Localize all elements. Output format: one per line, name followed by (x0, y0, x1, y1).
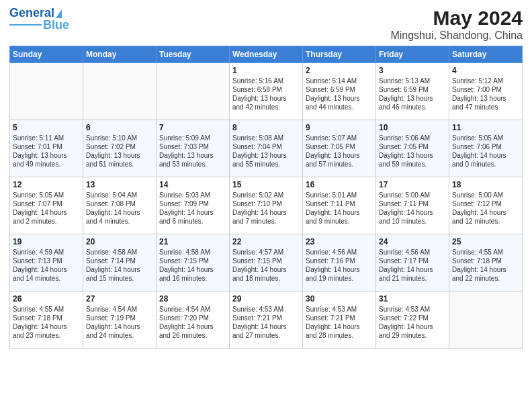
day-info: Sunrise: 4:58 AMSunset: 7:15 PMDaylight:… (159, 248, 226, 283)
calendar-cell: 2Sunrise: 5:14 AMSunset: 6:59 PMDaylight… (303, 63, 376, 120)
day-number: 22 (232, 236, 300, 247)
day-info: Sunrise: 4:53 AMSunset: 7:21 PMDaylight:… (232, 305, 300, 340)
calendar-cell: 8Sunrise: 5:08 AMSunset: 7:04 PMDaylight… (230, 120, 303, 177)
day-info: Sunrise: 5:16 AMSunset: 6:58 PMDaylight:… (232, 77, 300, 111)
logo-general: General (9, 7, 54, 19)
day-number: 4 (452, 65, 519, 76)
sub-title: Mingshui, Shandong, China (390, 30, 523, 42)
day-info: Sunrise: 4:54 AMSunset: 7:20 PMDaylight:… (159, 305, 226, 340)
calendar-cell (449, 291, 523, 349)
weekday-header: Monday (83, 46, 157, 63)
day-number: 31 (379, 293, 446, 304)
day-info: Sunrise: 4:53 AMSunset: 7:22 PMDaylight:… (379, 305, 446, 340)
day-info: Sunrise: 5:09 AMSunset: 7:03 PMDaylight:… (159, 134, 226, 169)
day-number: 29 (232, 293, 300, 304)
calendar-week-row: 19Sunrise: 4:59 AMSunset: 7:13 PMDayligh… (10, 234, 523, 291)
calendar-cell: 28Sunrise: 4:54 AMSunset: 7:20 PMDayligh… (157, 291, 230, 349)
day-info: Sunrise: 5:10 AMSunset: 7:02 PMDaylight:… (86, 134, 153, 169)
calendar-week-row: 1Sunrise: 5:16 AMSunset: 6:58 PMDaylight… (10, 63, 523, 120)
logo-blue: Blue (43, 19, 69, 31)
day-number: 6 (86, 122, 153, 133)
calendar-cell: 18Sunrise: 5:00 AMSunset: 7:12 PMDayligh… (449, 177, 523, 234)
weekday-header-row: SundayMondayTuesdayWednesdayThursdayFrid… (10, 46, 523, 63)
day-info: Sunrise: 4:55 AMSunset: 7:18 PMDaylight:… (13, 305, 80, 340)
calendar-cell: 7Sunrise: 5:09 AMSunset: 7:03 PMDaylight… (157, 120, 230, 177)
calendar-cell: 21Sunrise: 4:58 AMSunset: 7:15 PMDayligh… (157, 234, 230, 291)
day-number: 23 (306, 236, 373, 247)
day-number: 11 (452, 122, 519, 133)
calendar-cell: 27Sunrise: 4:54 AMSunset: 7:19 PMDayligh… (83, 291, 157, 349)
calendar-cell: 16Sunrise: 5:01 AMSunset: 7:11 PMDayligh… (303, 177, 376, 234)
day-number: 20 (86, 236, 153, 247)
calendar-cell: 20Sunrise: 4:58 AMSunset: 7:14 PMDayligh… (83, 234, 157, 291)
day-number: 16 (306, 179, 373, 190)
day-info: Sunrise: 5:08 AMSunset: 7:04 PMDaylight:… (232, 134, 300, 169)
day-info: Sunrise: 4:59 AMSunset: 7:13 PMDaylight:… (13, 248, 80, 283)
day-info: Sunrise: 5:07 AMSunset: 7:05 PMDaylight:… (306, 134, 373, 169)
main-title: May 2024 (390, 7, 523, 30)
day-number: 10 (379, 122, 446, 133)
day-info: Sunrise: 4:57 AMSunset: 7:15 PMDaylight:… (232, 248, 300, 283)
day-number: 8 (232, 122, 300, 133)
calendar-cell: 13Sunrise: 5:04 AMSunset: 7:08 PMDayligh… (83, 177, 157, 234)
day-number: 25 (452, 236, 519, 247)
weekday-header: Saturday (449, 46, 523, 63)
calendar-cell: 30Sunrise: 4:53 AMSunset: 7:21 PMDayligh… (303, 291, 376, 349)
calendar-cell: 1Sunrise: 5:16 AMSunset: 6:58 PMDaylight… (230, 63, 303, 120)
day-number: 27 (86, 293, 153, 304)
day-number: 2 (306, 65, 373, 76)
day-info: Sunrise: 5:05 AMSunset: 7:07 PMDaylight:… (13, 191, 80, 226)
day-info: Sunrise: 5:04 AMSunset: 7:08 PMDaylight:… (86, 191, 153, 226)
page: General Blue May 2024 Mingshui, Shandong… (0, 0, 532, 411)
header: General Blue May 2024 Mingshui, Shandong… (9, 7, 523, 42)
day-info: Sunrise: 4:58 AMSunset: 7:14 PMDaylight:… (86, 248, 153, 283)
calendar-cell: 15Sunrise: 5:02 AMSunset: 7:10 PMDayligh… (230, 177, 303, 234)
calendar-cell: 14Sunrise: 5:03 AMSunset: 7:09 PMDayligh… (157, 177, 230, 234)
day-info: Sunrise: 5:00 AMSunset: 7:11 PMDaylight:… (379, 191, 446, 226)
day-info: Sunrise: 4:53 AMSunset: 7:21 PMDaylight:… (306, 305, 373, 340)
calendar-cell: 22Sunrise: 4:57 AMSunset: 7:15 PMDayligh… (230, 234, 303, 291)
weekday-header: Friday (376, 46, 449, 63)
calendar: SundayMondayTuesdayWednesdayThursdayFrid… (9, 46, 523, 349)
day-info: Sunrise: 4:54 AMSunset: 7:19 PMDaylight:… (86, 305, 153, 340)
calendar-cell: 19Sunrise: 4:59 AMSunset: 7:13 PMDayligh… (10, 234, 83, 291)
calendar-week-row: 26Sunrise: 4:55 AMSunset: 7:18 PMDayligh… (10, 291, 523, 349)
day-info: Sunrise: 5:14 AMSunset: 6:59 PMDaylight:… (306, 77, 373, 111)
day-number: 19 (13, 236, 80, 247)
day-info: Sunrise: 5:00 AMSunset: 7:12 PMDaylight:… (452, 191, 519, 226)
day-info: Sunrise: 5:06 AMSunset: 7:05 PMDaylight:… (379, 134, 446, 169)
day-info: Sunrise: 4:56 AMSunset: 7:16 PMDaylight:… (306, 248, 373, 283)
calendar-cell (157, 63, 230, 120)
day-number: 28 (159, 293, 226, 304)
logo: General Blue (9, 7, 69, 31)
calendar-cell: 3Sunrise: 5:13 AMSunset: 6:59 PMDaylight… (376, 63, 449, 120)
calendar-cell: 9Sunrise: 5:07 AMSunset: 7:05 PMDaylight… (303, 120, 376, 177)
day-number: 17 (379, 179, 446, 190)
calendar-cell: 6Sunrise: 5:10 AMSunset: 7:02 PMDaylight… (83, 120, 157, 177)
day-info: Sunrise: 5:12 AMSunset: 7:00 PMDaylight:… (452, 77, 519, 111)
calendar-cell: 4Sunrise: 5:12 AMSunset: 7:00 PMDaylight… (449, 63, 523, 120)
calendar-cell: 25Sunrise: 4:55 AMSunset: 7:18 PMDayligh… (449, 234, 523, 291)
weekday-header: Tuesday (157, 46, 230, 63)
logo-triangle (56, 9, 62, 18)
calendar-cell (10, 63, 83, 120)
day-info: Sunrise: 4:56 AMSunset: 7:17 PMDaylight:… (379, 248, 446, 283)
day-number: 7 (159, 122, 226, 133)
calendar-cell (83, 63, 157, 120)
day-number: 5 (13, 122, 80, 133)
day-number: 14 (159, 179, 226, 190)
calendar-cell: 29Sunrise: 4:53 AMSunset: 7:21 PMDayligh… (230, 291, 303, 349)
day-info: Sunrise: 5:11 AMSunset: 7:01 PMDaylight:… (13, 134, 80, 169)
day-info: Sunrise: 5:02 AMSunset: 7:10 PMDaylight:… (232, 191, 300, 226)
weekday-header: Thursday (303, 46, 376, 63)
day-number: 9 (306, 122, 373, 133)
day-info: Sunrise: 5:03 AMSunset: 7:09 PMDaylight:… (159, 191, 226, 226)
calendar-cell: 31Sunrise: 4:53 AMSunset: 7:22 PMDayligh… (376, 291, 449, 349)
calendar-cell: 12Sunrise: 5:05 AMSunset: 7:07 PMDayligh… (10, 177, 83, 234)
day-number: 30 (306, 293, 373, 304)
day-number: 24 (379, 236, 446, 247)
calendar-cell: 17Sunrise: 5:00 AMSunset: 7:11 PMDayligh… (376, 177, 449, 234)
calendar-cell: 23Sunrise: 4:56 AMSunset: 7:16 PMDayligh… (303, 234, 376, 291)
title-block: May 2024 Mingshui, Shandong, China (390, 7, 523, 42)
day-info: Sunrise: 5:01 AMSunset: 7:11 PMDaylight:… (306, 191, 373, 226)
